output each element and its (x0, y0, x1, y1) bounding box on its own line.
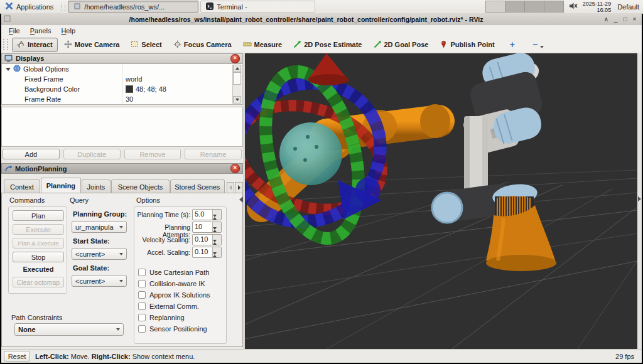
tool-measure[interactable]: Measure (238, 38, 288, 52)
checkbox-label: Replanning (149, 314, 185, 321)
velocity-scaling-spinbox[interactable]: 0.10 (192, 234, 222, 245)
window-titlebar[interactable]: /home/headless/ros_ws/install/paint_robo… (1, 13, 642, 26)
tool-focus-camera[interactable]: Focus Camera (168, 38, 237, 52)
collision-aware-ik-checkbox[interactable] (138, 280, 146, 287)
planning-attempts-spinbox[interactable]: 10 (192, 222, 222, 233)
clear-octomap-button[interactable]: Clear octomap (13, 277, 64, 287)
close-button[interactable]: × (630, 14, 639, 24)
hint-right-click: Right-Click: (92, 353, 131, 360)
workspace-4[interactable] (544, 1, 563, 12)
plan-and-execute-button[interactable]: Plan & Execute (13, 238, 64, 249)
menu-file[interactable]: File (4, 26, 25, 35)
taskbar-task-rviz[interactable]: /home/headless/ros_ws/... (68, 1, 198, 13)
spin-down-icon[interactable] (213, 255, 221, 262)
motion-planning-header[interactable]: MotionPlanning × (1, 163, 243, 174)
hint-left-action: Move. (69, 353, 92, 360)
scroll-up-button[interactable] (233, 65, 241, 72)
tab-stored-scenes[interactable]: Stored Scenes (170, 179, 225, 193)
tree-scrollbar[interactable] (232, 65, 242, 104)
tree-row-background-color[interactable]: Background Color 48; 48; 48 (2, 84, 242, 94)
use-cartesian-path-row: Use Cartesian Path (138, 269, 209, 276)
expander-icon[interactable] (6, 68, 11, 71)
tool-add[interactable]: + (505, 38, 520, 51)
stop-button[interactable]: Stop (13, 252, 64, 262)
tab-planning[interactable]: Planning (41, 178, 81, 193)
clock-time: 16:05 (583, 7, 611, 13)
tool-select[interactable]: Select (126, 38, 166, 52)
task-label: Terminal - (217, 3, 247, 11)
displays-panel-header[interactable]: Displays × (1, 53, 243, 63)
rename-display-button[interactable]: Rename (185, 149, 242, 159)
scroll-thumb[interactable] (233, 72, 241, 85)
planning-group-dropdown[interactable]: ur_manipula (72, 221, 127, 233)
tool-2d-pose-estimate[interactable]: 2D Pose Estimate (288, 38, 367, 52)
duplicate-display-button[interactable]: Duplicate (63, 149, 121, 159)
tab-scene-objects[interactable]: Scene Objects (111, 179, 170, 193)
tree-row-global-options[interactable]: Global Options (2, 64, 242, 74)
green-arrow-icon (374, 40, 382, 50)
interact-hand-icon (17, 40, 25, 50)
clock[interactable]: 2025-11-29 16:05 (583, 1, 611, 13)
tool-interact[interactable]: Interact (12, 38, 58, 52)
select-box-icon (131, 40, 139, 50)
shade-button[interactable]: ∧ (602, 14, 611, 24)
spin-value[interactable]: 0.10 (193, 235, 212, 245)
tree-row-fixed-frame[interactable]: Fixed Frame world (2, 74, 242, 84)
external-comm-checkbox[interactable] (138, 302, 146, 310)
panel-reveal-right-icon[interactable] (638, 196, 641, 201)
volume-muted-icon[interactable] (569, 2, 578, 11)
taskbar-task-terminal[interactable]: Terminal - (200, 1, 315, 13)
path-constraints-dropdown[interactable]: None (14, 323, 124, 336)
scroll-down-button[interactable] (233, 96, 241, 104)
tool-remove[interactable]: − (527, 38, 549, 51)
replanning-checkbox[interactable] (138, 314, 146, 321)
tab-scroll-right-icon[interactable] (235, 182, 243, 193)
maximize-button[interactable]: □ (620, 14, 630, 24)
workspace-3[interactable] (525, 1, 544, 12)
accel-scaling-spinbox[interactable]: 0.10 (192, 247, 222, 258)
tool-2d-goal-pose[interactable]: 2D Goal Pose (369, 38, 434, 52)
goal-state-dropdown[interactable]: <current> (72, 275, 127, 287)
planning-time-spinbox[interactable]: 5.0 (192, 209, 222, 220)
chevron-down-icon (119, 226, 123, 228)
minimize-button[interactable]: _ (611, 14, 620, 24)
menu-panels[interactable]: Panels (25, 26, 57, 35)
workspace-2[interactable] (505, 1, 525, 12)
remove-display-button[interactable]: Remove (124, 149, 181, 159)
motion-planning-close-icon[interactable]: × (230, 164, 240, 173)
start-state-dropdown[interactable]: <current> (72, 248, 127, 260)
plan-button[interactable]: Plan (13, 210, 64, 221)
tab-joints[interactable]: Joints (82, 179, 111, 193)
tree-item-value[interactable]: 30 (126, 95, 133, 103)
spin-value[interactable]: 5.0 (193, 210, 212, 220)
commands-heading: Commands (9, 196, 45, 204)
use-cartesian-path-checkbox[interactable] (138, 269, 146, 276)
execute-button[interactable]: Execute (13, 224, 64, 235)
workspace-name-label: Default (617, 3, 639, 11)
sensor-positioning-checkbox[interactable] (138, 325, 146, 333)
tree-item-value[interactable]: 48; 48; 48 (136, 85, 166, 93)
reset-button[interactable]: Reset (4, 351, 30, 361)
tree-row-frame-rate[interactable]: Frame Rate 30 (2, 94, 242, 104)
add-tool-plus-icon: + (510, 41, 515, 48)
tool-publish-point[interactable]: Publish Point (435, 38, 499, 52)
tool-move-camera[interactable]: Move Camera (59, 38, 125, 52)
remove-tool-minus-icon: − (532, 41, 538, 48)
tab-scroll-left-icon[interactable] (227, 182, 235, 193)
3d-viewport[interactable] (245, 53, 637, 349)
external-comm-row: External Comm. (138, 302, 199, 310)
panel-collapse-left-icon[interactable] (239, 196, 243, 203)
spin-value[interactable]: 10 (193, 222, 212, 232)
workspace-1[interactable] (486, 1, 505, 12)
add-display-button[interactable]: Add (3, 149, 60, 159)
tab-context[interactable]: Context (4, 179, 40, 193)
toolbar-drag-handle[interactable] (3, 39, 8, 50)
spin-value[interactable]: 0.10 (193, 247, 212, 257)
applications-menu-button[interactable]: Applications (0, 0, 58, 13)
approx-ik-solutions-checkbox[interactable] (138, 291, 146, 299)
velocity-scaling-label: Velocity Scaling: (136, 236, 190, 244)
execution-status-label: Executed (13, 265, 64, 273)
displays-close-icon[interactable]: × (230, 54, 240, 63)
tree-item-value[interactable]: world (126, 75, 142, 83)
menu-help[interactable]: Help (56, 26, 80, 35)
